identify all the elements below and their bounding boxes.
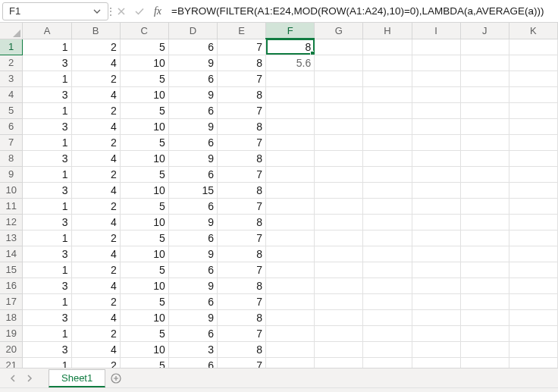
cell[interactable]: 7	[217, 262, 265, 278]
cell[interactable]	[509, 198, 557, 214]
cell[interactable]	[315, 293, 363, 309]
cell[interactable]	[412, 182, 460, 198]
cell[interactable]	[509, 341, 557, 357]
cell[interactable]	[315, 118, 363, 134]
column-header[interactable]: K	[509, 23, 557, 39]
cell[interactable]	[460, 39, 509, 55]
cell[interactable]: 10	[120, 309, 168, 325]
row-header[interactable]: 9	[0, 166, 23, 182]
cell[interactable]	[266, 214, 315, 230]
cell[interactable]: 6	[168, 230, 217, 246]
cell[interactable]	[363, 198, 412, 214]
column-header[interactable]: C	[120, 23, 168, 39]
cell[interactable]	[363, 150, 412, 166]
cell[interactable]	[363, 246, 412, 262]
cell[interactable]	[509, 71, 557, 86]
column-header[interactable]: H	[363, 23, 412, 39]
cell[interactable]: 10	[120, 86, 168, 102]
cell[interactable]	[363, 357, 412, 368]
cell[interactable]	[363, 86, 412, 102]
cell[interactable]	[266, 150, 315, 166]
cell[interactable]	[509, 118, 557, 134]
cell[interactable]	[412, 246, 460, 262]
cell[interactable]	[412, 293, 460, 309]
row-header[interactable]: 18	[0, 309, 23, 325]
cell[interactable]	[460, 86, 509, 102]
cell[interactable]: 1	[23, 134, 71, 150]
cell[interactable]: 6	[168, 39, 217, 55]
cell[interactable]	[315, 246, 363, 262]
column-header[interactable]: I	[412, 23, 460, 39]
cell[interactable]	[509, 86, 557, 102]
cell[interactable]: 8	[217, 341, 265, 357]
cell[interactable]: 8	[217, 55, 265, 71]
cell[interactable]	[509, 55, 557, 71]
cell[interactable]: 7	[217, 230, 265, 246]
cell[interactable]	[460, 134, 509, 150]
cell[interactable]: 5	[120, 71, 168, 86]
row-header[interactable]: 6	[0, 118, 23, 134]
cell[interactable]	[315, 71, 363, 86]
cell[interactable]	[315, 102, 363, 118]
cell[interactable]: 3	[23, 55, 71, 71]
cell[interactable]: 8	[217, 118, 265, 134]
cell[interactable]: 6	[168, 262, 217, 278]
cell[interactable]	[315, 39, 363, 55]
cell[interactable]	[363, 278, 412, 293]
cell[interactable]: 2	[71, 166, 120, 182]
cell[interactable]	[363, 118, 412, 134]
cell[interactable]: 1	[23, 166, 71, 182]
cell[interactable]	[266, 262, 315, 278]
cell[interactable]: 8	[217, 278, 265, 293]
cell[interactable]: 6	[168, 325, 217, 341]
cell[interactable]	[509, 246, 557, 262]
cell[interactable]	[363, 134, 412, 150]
cell[interactable]: 10	[120, 246, 168, 262]
cell[interactable]: 15	[168, 182, 217, 198]
cell[interactable]	[363, 214, 412, 230]
row-header[interactable]: 17	[0, 293, 23, 309]
cell[interactable]	[266, 166, 315, 182]
cell[interactable]: 2	[71, 262, 120, 278]
cell[interactable]: 1	[23, 325, 71, 341]
cell[interactable]: 7	[217, 102, 265, 118]
cell[interactable]	[315, 325, 363, 341]
cell[interactable]: 2	[71, 134, 120, 150]
cell[interactable]	[315, 55, 363, 71]
cell[interactable]: 3	[23, 278, 71, 293]
cell[interactable]	[509, 166, 557, 182]
row-header[interactable]: 3	[0, 71, 23, 86]
cell[interactable]: 8	[217, 309, 265, 325]
cell[interactable]: 7	[217, 198, 265, 214]
cell[interactable]: 9	[168, 214, 217, 230]
cell[interactable]	[266, 293, 315, 309]
cell[interactable]: 7	[217, 71, 265, 86]
sheet-tab[interactable]: Sheet1	[49, 369, 105, 387]
cell[interactable]	[509, 325, 557, 341]
cell[interactable]: 8	[217, 150, 265, 166]
cell[interactable]	[509, 150, 557, 166]
cell[interactable]: 9	[168, 55, 217, 71]
cell[interactable]	[315, 214, 363, 230]
cell[interactable]: 5	[120, 102, 168, 118]
cell[interactable]: 1	[23, 39, 71, 55]
cell[interactable]: 4	[71, 182, 120, 198]
cell[interactable]: 9	[168, 246, 217, 262]
cell[interactable]	[315, 341, 363, 357]
row-header[interactable]: 5	[0, 102, 23, 118]
new-sheet-button[interactable]	[105, 369, 127, 387]
cell[interactable]: 1	[23, 198, 71, 214]
cell[interactable]	[460, 309, 509, 325]
cell[interactable]: 9	[168, 118, 217, 134]
cell[interactable]: 10	[120, 55, 168, 71]
cell[interactable]: 3	[23, 214, 71, 230]
cell[interactable]: 3	[23, 246, 71, 262]
cell[interactable]	[412, 309, 460, 325]
cell[interactable]: 4	[71, 246, 120, 262]
cell[interactable]: 3	[23, 86, 71, 102]
cell[interactable]: 7	[217, 39, 265, 55]
cell[interactable]: 3	[23, 309, 71, 325]
cell[interactable]	[412, 86, 460, 102]
cell[interactable]: 5.6	[266, 55, 315, 71]
insert-function-icon[interactable]: fx	[149, 5, 167, 17]
